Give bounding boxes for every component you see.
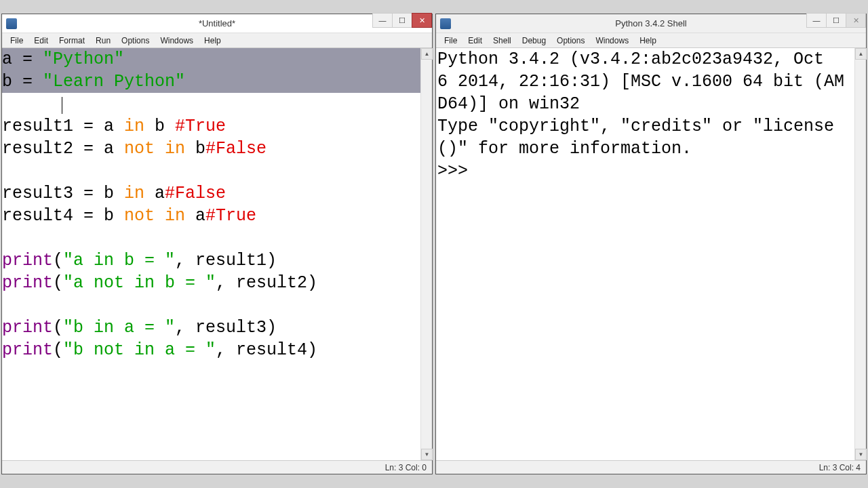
shell-scrollbar[interactable]: ▲ ▼ (854, 48, 866, 460)
shell-cursor-position: Ln: 3 Col: 4 (819, 463, 861, 472)
menu-help[interactable]: Help (634, 35, 662, 47)
menu-format[interactable]: Format (54, 35, 90, 47)
shell-prompt: >>> (437, 161, 478, 181)
shell-menubar: File Edit Shell Debug Options Windows He… (436, 33, 866, 48)
shell-body: Python 3.4.2 (v3.4.2:ab2c023a9432, Oct 6… (436, 48, 866, 460)
scroll-up-icon[interactable]: ▲ (855, 48, 867, 60)
shell-titlebar[interactable]: Python 3.4.2 Shell — ☐ ✕ (436, 14, 866, 33)
maximize-button[interactable]: ☐ (392, 13, 412, 28)
editor-scrollbar[interactable]: ▲ ▼ (420, 48, 432, 460)
menu-options[interactable]: Options (551, 35, 590, 47)
menu-windows[interactable]: Windows (590, 35, 634, 47)
editor-menubar: File Edit Format Run Options Windows Hel… (2, 33, 432, 48)
editor-cursor-position: Ln: 3 Col: 0 (385, 463, 427, 472)
maximize-button[interactable]: ☐ (826, 13, 846, 28)
shell-title: Python 3.4.2 Shell (615, 18, 687, 28)
shell-banner: Python 3.4.2 (v3.4.2:ab2c023a9432, Oct 6… (437, 49, 844, 159)
scroll-up-icon[interactable]: ▲ (421, 48, 433, 60)
menu-debug[interactable]: Debug (517, 35, 551, 47)
shell-output[interactable]: Python 3.4.2 (v3.4.2:ab2c023a9432, Oct 6… (436, 48, 854, 460)
menu-file[interactable]: File (439, 35, 462, 47)
code-editor[interactable]: a = "Python" b = "Learn Python" result1 … (2, 48, 420, 460)
menu-shell[interactable]: Shell (488, 35, 517, 47)
menu-edit[interactable]: Edit (462, 35, 488, 47)
close-button[interactable]: ✕ (412, 13, 432, 28)
editor-body: a = "Python" b = "Learn Python" result1 … (2, 48, 432, 460)
editor-title: *Untitled* (199, 18, 235, 28)
close-button[interactable]: ✕ (846, 13, 866, 28)
menu-run[interactable]: Run (90, 35, 116, 47)
menu-edit[interactable]: Edit (28, 35, 54, 47)
text-cursor (62, 97, 62, 114)
scroll-down-icon[interactable]: ▼ (855, 449, 867, 460)
python-icon (440, 18, 451, 29)
window-controls: — ☐ ✕ (807, 13, 866, 28)
menu-file[interactable]: File (5, 35, 28, 47)
python-icon (6, 18, 17, 29)
menu-help[interactable]: Help (199, 35, 226, 47)
shell-window: Python 3.4.2 Shell — ☐ ✕ File Edit Shell… (435, 14, 867, 474)
editor-window: *Untitled* — ☐ ✕ File Edit Format Run Op… (1, 14, 433, 474)
menu-windows[interactable]: Windows (155, 35, 199, 47)
minimize-button[interactable]: — (806, 13, 827, 28)
editor-titlebar[interactable]: *Untitled* — ☐ ✕ (2, 14, 432, 33)
menu-options[interactable]: Options (116, 35, 155, 47)
minimize-button[interactable]: — (372, 13, 393, 28)
editor-statusbar: Ln: 3 Col: 0 (2, 460, 432, 474)
shell-statusbar: Ln: 3 Col: 4 (436, 460, 866, 474)
scroll-down-icon[interactable]: ▼ (421, 449, 433, 460)
window-controls: — ☐ ✕ (373, 13, 432, 28)
